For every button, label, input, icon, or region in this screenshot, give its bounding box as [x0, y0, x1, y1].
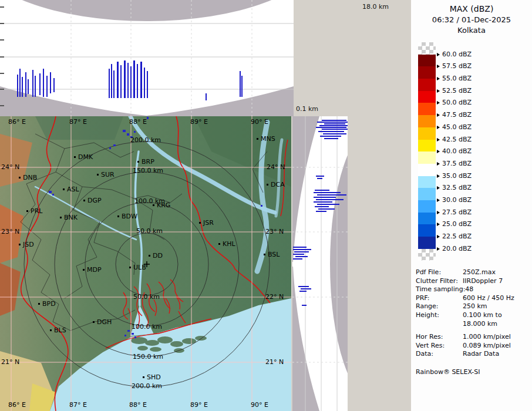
- scale-swatch: [418, 224, 436, 237]
- place-label-dgp: DGP: [87, 197, 102, 204]
- info-label: PRF:: [416, 294, 463, 303]
- scale-row: 42.5 dBZ: [418, 127, 530, 140]
- place-marker-icon: [60, 217, 62, 218]
- grid-label: 24° N: [267, 164, 285, 170]
- scale-row: 32.5 dBZ: [418, 176, 530, 188]
- info-label: Time sampling:48: [416, 285, 463, 294]
- place-marker-icon: [257, 138, 258, 140]
- info-value: 1.000 km/pixel: [463, 333, 511, 342]
- scale-swatch: [418, 237, 436, 249]
- place-label-jsr: JSR: [203, 220, 214, 226]
- info-row: Height:0.100 km to: [416, 311, 531, 320]
- grid-label: 87° E: [69, 119, 87, 125]
- place-label-brp: BRP: [142, 159, 154, 165]
- place-label-mns: MNS: [261, 136, 275, 142]
- place-marker-icon: [63, 188, 65, 190]
- product-info: Pdf File:250Z.maxClutter Filter:IIRDoppl…: [416, 268, 531, 359]
- place-label-khl: KHL: [223, 241, 235, 247]
- place-marker-icon: [199, 222, 201, 224]
- dbz-color-scale: 60.0 dBZ57.5 dBZ55.0 dBZ52.5 dBZ50.0 dBZ…: [418, 42, 530, 261]
- product-title: MAX (dBZ): [411, 4, 532, 14]
- range-ring-label: 200.0 km: [130, 137, 161, 143]
- place-label-dmk: DMK: [78, 154, 93, 160]
- place-marker-icon: [117, 215, 119, 217]
- info-value: 0.089 km/pixel: [463, 342, 511, 351]
- scale-row: 52.5 dBZ: [418, 79, 530, 91]
- info-row: Hor Res:1.000 km/pixel: [416, 333, 531, 342]
- scale-swatch: [418, 79, 436, 91]
- scale-swatch: [418, 164, 436, 176]
- scale-swatch: [418, 42, 436, 55]
- grid-label: 90° E: [251, 402, 268, 408]
- range-ring-label: 50.0 km: [136, 228, 163, 234]
- place-label-bsl: BSL: [268, 251, 280, 258]
- grid-label: 89° E: [190, 119, 208, 125]
- grid-label: 86° E: [8, 402, 26, 408]
- place-label-bnk: BNK: [64, 214, 78, 221]
- scale-swatch: [418, 91, 436, 103]
- scale-row: 20.0 dBZ: [418, 237, 530, 249]
- scale-swatch: [418, 200, 436, 213]
- software-brand: Rainbow® SELEX-SI: [416, 368, 480, 376]
- grid-label: 89° E: [190, 402, 208, 408]
- place-label-prl: PRL: [31, 208, 42, 214]
- scale-swatch: [418, 55, 436, 67]
- grid-label: 86° E: [8, 119, 26, 125]
- info-row: Vert Res:0.089 km/pixel: [416, 342, 531, 351]
- grid-label: 23° N: [1, 228, 19, 235]
- station-name: Kolkata: [411, 26, 532, 35]
- place-marker-icon: [143, 376, 144, 378]
- info-row: Range:250 km: [416, 302, 531, 311]
- place-label-dnb: DNB: [23, 174, 37, 181]
- info-row: Data:Radar Data: [416, 350, 531, 359]
- top-panel-height-label: 18.0 km: [362, 4, 389, 10]
- place-marker-icon: [19, 244, 21, 245]
- scale-swatch: [418, 213, 436, 225]
- info-row: Time sampling:48: [416, 285, 531, 294]
- info-label: Hor Res:: [416, 333, 463, 342]
- grid-label: 88° E: [129, 119, 147, 125]
- info-value: Radar Data: [463, 350, 499, 359]
- scale-row: 47.5 dBZ: [418, 103, 530, 115]
- range-ring-label: 50.0 km: [133, 294, 160, 300]
- info-value: 0.100 km to: [463, 311, 502, 320]
- grid-label: 21° N: [265, 359, 284, 365]
- scale-row: 57.5 dBZ: [418, 55, 530, 67]
- scale-row: 25.0 dBZ: [418, 213, 530, 225]
- place-marker-icon: [93, 321, 95, 323]
- place-marker-icon: [19, 177, 21, 178]
- info-label: Pdf File:: [416, 268, 463, 277]
- place-label-mdp: MDP: [87, 267, 102, 273]
- grid-label: 23° N: [265, 228, 284, 235]
- scale-row: 50.0 dBZ: [418, 91, 530, 103]
- scale-row: 40.0 dBZ: [418, 140, 530, 152]
- place-label-bls: BLS: [54, 327, 66, 333]
- grid-label: 87° E: [69, 402, 87, 408]
- place-marker-icon: [26, 210, 28, 212]
- range-ring-label: 200.0 km: [132, 383, 162, 389]
- place-label-sur: SUR: [101, 171, 115, 178]
- place-marker-icon: [50, 329, 52, 331]
- grid-label: 88° E: [129, 402, 147, 408]
- radar-display-window: 18.0 km 0.1 km DMKBRPSURDNBASLDGPKRGBDWP…: [0, 0, 532, 411]
- info-label: [416, 320, 463, 329]
- info-value: 18.000 km: [463, 320, 497, 329]
- place-marker-icon: [83, 269, 85, 271]
- scale-swatch: [418, 127, 436, 140]
- scale-row: 37.5 dBZ: [418, 151, 530, 164]
- info-row: Clutter Filter:IIRDoppler 7: [416, 277, 531, 286]
- scale-row: 27.5 dBZ: [418, 200, 530, 213]
- grid-label: 24° N: [1, 164, 19, 170]
- side-panel-height-label: 0.1 km: [296, 106, 318, 112]
- scale-swatch: [418, 103, 436, 115]
- grid-label: 22° N: [265, 294, 284, 300]
- range-ring-label: 100.0 km: [132, 324, 162, 330]
- scale-swatch: [418, 115, 436, 127]
- info-label: Height:: [416, 311, 463, 320]
- info-row: 18.000 km: [416, 320, 531, 329]
- place-marker-icon: [74, 156, 76, 158]
- place-label-bdw: BDW: [122, 213, 137, 220]
- range-ring-label: 150.0 km: [133, 353, 163, 360]
- scale-swatch: [418, 176, 436, 188]
- scale-swatch: [418, 140, 436, 152]
